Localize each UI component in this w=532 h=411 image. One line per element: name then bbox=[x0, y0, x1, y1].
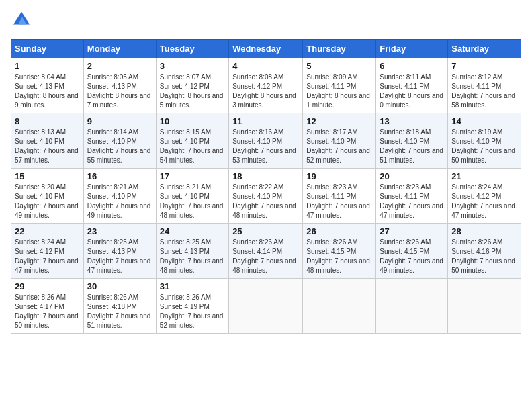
col-header-saturday: Saturday bbox=[448, 40, 521, 58]
day-number: 20 bbox=[380, 171, 444, 181]
day-cell: 18 Sunrise: 8:22 AMSunset: 4:10 PMDaylig… bbox=[229, 169, 303, 224]
col-header-thursday: Thursday bbox=[303, 40, 376, 58]
day-number: 28 bbox=[451, 226, 517, 236]
day-cell: 12 Sunrise: 8:17 AMSunset: 4:10 PMDaylig… bbox=[303, 113, 376, 169]
day-number: 24 bbox=[160, 226, 225, 236]
day-info: Sunrise: 8:24 AMSunset: 4:12 PMDaylight:… bbox=[15, 238, 80, 275]
day-number: 13 bbox=[380, 116, 444, 126]
day-cell bbox=[448, 279, 521, 334]
day-info: Sunrise: 8:17 AMSunset: 4:10 PMDaylight:… bbox=[306, 128, 372, 165]
day-number: 6 bbox=[380, 61, 444, 71]
day-info: Sunrise: 8:25 AMSunset: 4:13 PMDaylight:… bbox=[160, 238, 225, 275]
day-number: 31 bbox=[160, 281, 225, 291]
logo bbox=[11, 11, 34, 32]
day-cell: 27 Sunrise: 8:26 AMSunset: 4:15 PMDaylig… bbox=[376, 224, 448, 279]
col-header-friday: Friday bbox=[376, 40, 448, 58]
day-number: 25 bbox=[232, 226, 299, 236]
day-cell: 19 Sunrise: 8:23 AMSunset: 4:11 PMDaylig… bbox=[303, 169, 376, 224]
day-info: Sunrise: 8:13 AMSunset: 4:10 PMDaylight:… bbox=[15, 128, 80, 165]
day-info: Sunrise: 8:15 AMSunset: 4:10 PMDaylight:… bbox=[160, 128, 225, 165]
day-info: Sunrise: 8:07 AMSunset: 4:12 PMDaylight:… bbox=[160, 73, 225, 110]
day-number: 19 bbox=[306, 171, 372, 181]
day-info: Sunrise: 8:08 AMSunset: 4:12 PMDaylight:… bbox=[232, 73, 299, 110]
day-number: 30 bbox=[87, 281, 152, 291]
day-cell: 7 Sunrise: 8:12 AMSunset: 4:11 PMDayligh… bbox=[448, 58, 521, 113]
day-cell: 22 Sunrise: 8:24 AMSunset: 4:12 PMDaylig… bbox=[11, 224, 84, 279]
day-info: Sunrise: 8:20 AMSunset: 4:10 PMDaylight:… bbox=[15, 183, 80, 220]
day-cell bbox=[303, 279, 376, 334]
day-info: Sunrise: 8:09 AMSunset: 4:11 PMDaylight:… bbox=[306, 73, 372, 110]
day-cell: 9 Sunrise: 8:14 AMSunset: 4:10 PMDayligh… bbox=[83, 113, 156, 169]
col-header-wednesday: Wednesday bbox=[229, 40, 303, 58]
day-cell: 17 Sunrise: 8:21 AMSunset: 4:10 PMDaylig… bbox=[156, 169, 228, 224]
day-info: Sunrise: 8:05 AMSunset: 4:13 PMDaylight:… bbox=[87, 73, 152, 110]
day-number: 1 bbox=[15, 61, 80, 71]
day-info: Sunrise: 8:26 AMSunset: 4:19 PMDaylight:… bbox=[160, 293, 225, 330]
day-cell: 11 Sunrise: 8:16 AMSunset: 4:10 PMDaylig… bbox=[229, 113, 303, 169]
day-number: 27 bbox=[380, 226, 444, 236]
day-info: Sunrise: 8:04 AMSunset: 4:13 PMDaylight:… bbox=[15, 73, 80, 110]
day-info: Sunrise: 8:23 AMSunset: 4:11 PMDaylight:… bbox=[306, 183, 372, 220]
day-cell: 10 Sunrise: 8:15 AMSunset: 4:10 PMDaylig… bbox=[156, 113, 228, 169]
day-cell bbox=[229, 279, 303, 334]
day-cell: 26 Sunrise: 8:26 AMSunset: 4:15 PMDaylig… bbox=[303, 224, 376, 279]
page-header bbox=[11, 11, 521, 32]
day-info: Sunrise: 8:25 AMSunset: 4:13 PMDaylight:… bbox=[87, 238, 152, 275]
day-number: 15 bbox=[15, 171, 80, 181]
logo-icon bbox=[12, 11, 31, 30]
col-header-tuesday: Tuesday bbox=[156, 40, 228, 58]
day-number: 5 bbox=[306, 61, 372, 71]
week-row-4: 22 Sunrise: 8:24 AMSunset: 4:12 PMDaylig… bbox=[11, 224, 521, 279]
col-header-monday: Monday bbox=[83, 40, 156, 58]
day-cell: 31 Sunrise: 8:26 AMSunset: 4:19 PMDaylig… bbox=[156, 279, 228, 334]
day-number: 26 bbox=[306, 226, 372, 236]
day-cell bbox=[376, 279, 448, 334]
day-info: Sunrise: 8:26 AMSunset: 4:17 PMDaylight:… bbox=[15, 293, 80, 330]
day-info: Sunrise: 8:21 AMSunset: 4:10 PMDaylight:… bbox=[160, 183, 225, 220]
day-number: 14 bbox=[451, 116, 517, 126]
day-info: Sunrise: 8:18 AMSunset: 4:10 PMDaylight:… bbox=[380, 128, 444, 165]
col-header-sunday: Sunday bbox=[11, 40, 84, 58]
day-number: 9 bbox=[87, 116, 152, 126]
day-info: Sunrise: 8:24 AMSunset: 4:12 PMDaylight:… bbox=[451, 183, 517, 220]
calendar-header-row: SundayMondayTuesdayWednesdayThursdayFrid… bbox=[11, 40, 521, 58]
day-cell: 1 Sunrise: 8:04 AMSunset: 4:13 PMDayligh… bbox=[11, 58, 84, 113]
day-number: 17 bbox=[160, 171, 225, 181]
day-number: 2 bbox=[87, 61, 152, 71]
day-cell: 29 Sunrise: 8:26 AMSunset: 4:17 PMDaylig… bbox=[11, 279, 84, 334]
day-cell: 30 Sunrise: 8:26 AMSunset: 4:18 PMDaylig… bbox=[83, 279, 156, 334]
day-number: 16 bbox=[87, 171, 152, 181]
day-info: Sunrise: 8:22 AMSunset: 4:10 PMDaylight:… bbox=[232, 183, 299, 220]
day-info: Sunrise: 8:14 AMSunset: 4:10 PMDaylight:… bbox=[87, 128, 152, 165]
week-row-3: 15 Sunrise: 8:20 AMSunset: 4:10 PMDaylig… bbox=[11, 169, 521, 224]
week-row-1: 1 Sunrise: 8:04 AMSunset: 4:13 PMDayligh… bbox=[11, 58, 521, 113]
day-number: 11 bbox=[232, 116, 299, 126]
day-cell: 28 Sunrise: 8:26 AMSunset: 4:16 PMDaylig… bbox=[448, 224, 521, 279]
day-number: 3 bbox=[160, 61, 225, 71]
day-info: Sunrise: 8:26 AMSunset: 4:16 PMDaylight:… bbox=[451, 238, 517, 275]
day-number: 7 bbox=[451, 61, 517, 71]
day-cell: 6 Sunrise: 8:11 AMSunset: 4:11 PMDayligh… bbox=[376, 58, 448, 113]
day-info: Sunrise: 8:26 AMSunset: 4:14 PMDaylight:… bbox=[232, 238, 299, 275]
day-info: Sunrise: 8:23 AMSunset: 4:11 PMDaylight:… bbox=[380, 183, 444, 220]
day-cell: 25 Sunrise: 8:26 AMSunset: 4:14 PMDaylig… bbox=[229, 224, 303, 279]
day-cell: 20 Sunrise: 8:23 AMSunset: 4:11 PMDaylig… bbox=[376, 169, 448, 224]
day-cell: 24 Sunrise: 8:25 AMSunset: 4:13 PMDaylig… bbox=[156, 224, 228, 279]
day-number: 22 bbox=[15, 226, 80, 236]
day-cell: 4 Sunrise: 8:08 AMSunset: 4:12 PMDayligh… bbox=[229, 58, 303, 113]
day-number: 10 bbox=[160, 116, 225, 126]
day-number: 23 bbox=[87, 226, 152, 236]
day-cell: 8 Sunrise: 8:13 AMSunset: 4:10 PMDayligh… bbox=[11, 113, 84, 169]
day-cell: 15 Sunrise: 8:20 AMSunset: 4:10 PMDaylig… bbox=[11, 169, 84, 224]
day-info: Sunrise: 8:19 AMSunset: 4:10 PMDaylight:… bbox=[451, 128, 517, 165]
day-cell: 21 Sunrise: 8:24 AMSunset: 4:12 PMDaylig… bbox=[448, 169, 521, 224]
day-cell: 2 Sunrise: 8:05 AMSunset: 4:13 PMDayligh… bbox=[83, 58, 156, 113]
day-info: Sunrise: 8:26 AMSunset: 4:15 PMDaylight:… bbox=[306, 238, 372, 275]
week-row-2: 8 Sunrise: 8:13 AMSunset: 4:10 PMDayligh… bbox=[11, 113, 521, 169]
day-info: Sunrise: 8:26 AMSunset: 4:18 PMDaylight:… bbox=[87, 293, 152, 330]
day-info: Sunrise: 8:12 AMSunset: 4:11 PMDaylight:… bbox=[451, 73, 517, 110]
day-cell: 23 Sunrise: 8:25 AMSunset: 4:13 PMDaylig… bbox=[83, 224, 156, 279]
day-cell: 13 Sunrise: 8:18 AMSunset: 4:10 PMDaylig… bbox=[376, 113, 448, 169]
calendar-table: SundayMondayTuesdayWednesdayThursdayFrid… bbox=[11, 39, 521, 334]
day-info: Sunrise: 8:16 AMSunset: 4:10 PMDaylight:… bbox=[232, 128, 299, 165]
